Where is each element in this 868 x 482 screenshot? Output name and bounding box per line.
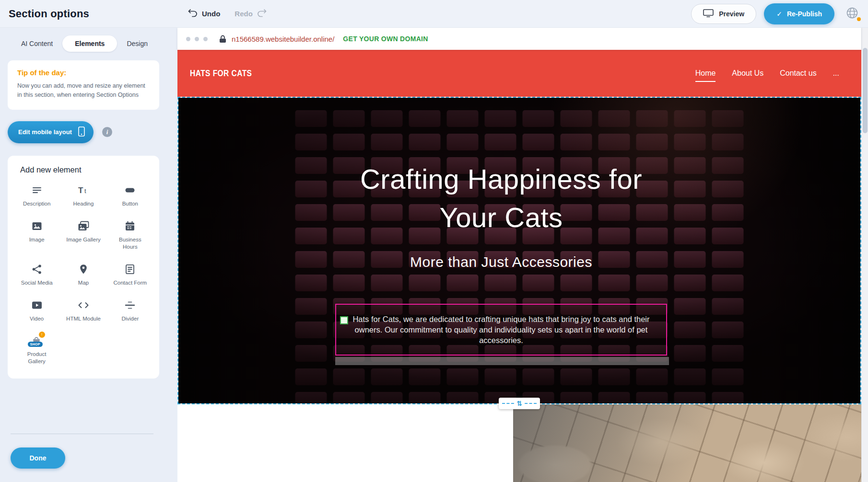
site-nav: Home About Us Contact us ... (695, 69, 839, 78)
map-icon (78, 263, 89, 276)
editor-canvas: n1566589.websitebuilder.online/ GET YOUR… (167, 28, 868, 482)
tab-ai-content[interactable]: AI Content (14, 35, 59, 52)
language-globe-button[interactable] (842, 4, 862, 24)
info-icon[interactable]: i (102, 127, 112, 137)
nav-contact-us[interactable]: Contact us (780, 69, 816, 78)
preview-button[interactable]: Preview (691, 4, 756, 24)
element-label: Button (122, 200, 138, 207)
site-url[interactable]: n1566589.websitebuilder.online/ (232, 35, 334, 43)
svg-text:t: t (84, 187, 86, 195)
section-height-resize-handle[interactable]: ⇅ (499, 398, 540, 409)
app: Section options Undo Redo (0, 0, 868, 482)
undo-button[interactable]: Undo (188, 9, 220, 19)
element-label: Map (78, 279, 89, 287)
element-image-gallery[interactable]: Image Gallery (60, 220, 106, 251)
sidebar-footer: Done (0, 434, 167, 482)
nav-more[interactable]: ... (833, 69, 839, 78)
upgrade-badge-icon: ↑ (39, 332, 45, 338)
element-description[interactable]: Description (13, 184, 60, 207)
description-icon (31, 184, 43, 197)
window-dot (186, 37, 190, 41)
done-button[interactable]: Done (11, 448, 65, 469)
tip-body: Now you can add, move and resize any ele… (17, 81, 150, 100)
mobile-layout-row: Edit mobile layout i (8, 121, 159, 143)
site-header[interactable]: HATS FOR CATS Home About Us Contact us .… (177, 50, 861, 97)
element-label: Divider (121, 315, 139, 322)
button-icon (124, 184, 136, 197)
element-map[interactable]: Map (60, 263, 106, 287)
element-label: Contact Form (113, 279, 147, 287)
element-label: Product Gallery (18, 351, 56, 365)
hero-subheadline[interactable]: More than Just Accessories (410, 254, 592, 270)
element-product-gallery[interactable]: SHOP ↑ Product Gallery (13, 334, 60, 365)
add-element-title: Add new element (20, 165, 153, 174)
svg-text:T: T (78, 186, 83, 195)
heading-icon: Tt (77, 184, 90, 197)
window-dots (186, 37, 208, 41)
undo-label: Undo (202, 10, 220, 18)
social-media-icon (31, 263, 43, 276)
html-module-icon (77, 299, 90, 312)
scrollbar[interactable] (861, 28, 868, 482)
edit-mobile-label: Edit mobile layout (18, 128, 72, 136)
tip-card: Tip of the day: Now you can add, move an… (8, 60, 159, 110)
topbar: Section options Undo Redo (0, 0, 868, 28)
scrollbar-thumb[interactable] (863, 48, 868, 133)
element-label: HTML Module (66, 315, 101, 322)
get-domain-link[interactable]: GET YOUR OWN DOMAIN (343, 35, 428, 43)
element-label: Image Gallery (66, 236, 101, 243)
redo-button[interactable]: Redo (235, 9, 267, 19)
image-gallery-icon (77, 220, 90, 233)
main-layout: AI Content Elements Design Tip of the da… (0, 28, 868, 482)
nav-home[interactable]: Home (695, 69, 716, 78)
republish-label: Re-Publish (787, 10, 822, 18)
resize-arrows-icon: ⇅ (515, 400, 524, 407)
element-resize-handle[interactable] (340, 316, 348, 324)
product-gallery-icon: SHOP ↑ (31, 334, 43, 347)
nav-about-us[interactable]: About Us (732, 69, 763, 78)
video-icon (31, 299, 43, 312)
preview-label: Preview (719, 10, 744, 18)
hero-paragraph[interactable]: Hats for Cats, we are dedicated to craft… (351, 314, 652, 346)
edit-mobile-layout-button[interactable]: Edit mobile layout (8, 121, 94, 143)
business-hours-icon (124, 220, 136, 233)
divider-line (11, 434, 153, 434)
window-dot (195, 37, 199, 41)
website: HATS FOR CATS Home About Us Contact us .… (177, 50, 861, 482)
hero-headline[interactable]: Crafting Happiness for Your Cats (333, 160, 669, 237)
notification-dot (857, 17, 861, 21)
image-icon (31, 220, 43, 233)
next-section[interactable] (177, 404, 861, 482)
element-label: Video (30, 315, 44, 322)
monitor-icon (703, 9, 714, 19)
element-image[interactable]: Image (13, 220, 60, 251)
sidebar-tabs: AI Content Elements Design (14, 35, 154, 52)
selected-hero-section[interactable]: Crafting Happiness for Your Cats More th… (177, 97, 861, 404)
element-business-hours[interactable]: Business Hours (107, 220, 153, 251)
element-contact-form[interactable]: Contact Form (107, 263, 153, 287)
page-title: Section options (9, 8, 89, 20)
element-button[interactable]: Button (107, 184, 153, 207)
site-logo[interactable]: HATS FOR CATS (190, 68, 252, 79)
element-heading[interactable]: Tt Heading (60, 184, 106, 207)
undo-icon (188, 9, 198, 19)
republish-button[interactable]: ✓ Re-Publish (764, 3, 834, 24)
phone-icon (78, 126, 85, 138)
hero-content: Crafting Happiness for Your Cats More th… (178, 98, 860, 403)
window-dot (203, 37, 208, 41)
lock-icon (219, 35, 226, 43)
contact-form-icon (124, 263, 136, 276)
element-social-media[interactable]: Social Media (13, 263, 60, 287)
tab-design[interactable]: Design (120, 35, 154, 52)
tab-elements[interactable]: Elements (62, 35, 117, 52)
element-label: Description (23, 200, 51, 207)
tip-title: Tip of the day: (17, 69, 150, 77)
selected-text-element[interactable]: Hats for Cats, we are dedicated to craft… (335, 304, 667, 356)
element-html-module[interactable]: HTML Module (60, 299, 106, 322)
element-divider[interactable]: Divider (107, 299, 153, 322)
hero-section: Crafting Happiness for Your Cats More th… (178, 98, 860, 403)
element-video[interactable]: Video (13, 299, 60, 322)
redo-label: Redo (235, 10, 253, 18)
shop-badge: SHOP (28, 342, 43, 347)
browser-bar: n1566589.websitebuilder.online/ GET YOUR… (177, 28, 861, 50)
